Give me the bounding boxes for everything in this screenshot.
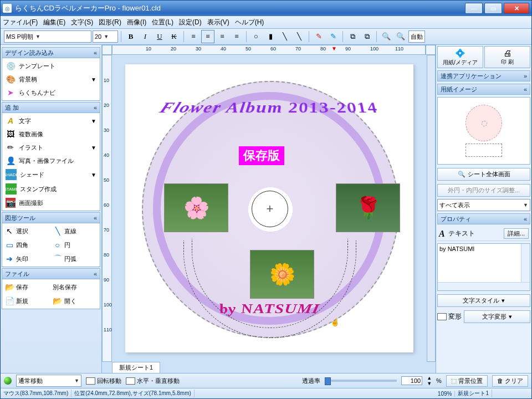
navi-item[interactable]: ➤らくちんナビ: [3, 86, 99, 99]
app-window: ◎ らくちんCDラベルメーカーPro - flower01.cld — ▭ ✕ …: [0, 0, 532, 399]
add-capture-item[interactable]: 📷画面撮影: [3, 196, 99, 209]
vertical-scrollbar[interactable]: [427, 55, 436, 362]
align-left-button[interactable]: ≡: [187, 30, 200, 43]
linkapps-header[interactable]: 連携アプリケーション»: [437, 70, 530, 81]
paperimage-header[interactable]: 用紙イメージ«: [437, 84, 530, 95]
align-right-button[interactable]: ≡: [216, 30, 229, 43]
print-button[interactable]: 🖨印 刷: [484, 46, 530, 68]
add-photo-item[interactable]: 👤写真・画像ファイル: [3, 154, 99, 167]
property-textarea[interactable]: by NATSUMI: [437, 243, 530, 291]
detail-button[interactable]: 詳細...: [504, 228, 529, 239]
property-header[interactable]: プロパティ«: [437, 213, 530, 224]
text-icon: A: [439, 229, 445, 239]
file-saveas[interactable]: 別名保存: [52, 280, 99, 294]
tool-rect[interactable]: ▭四角: [3, 238, 51, 252]
background-item[interactable]: 🎨背景柄▼: [3, 73, 99, 86]
file-open[interactable]: 📂開く: [52, 294, 99, 308]
file-new[interactable]: 📄新規: [3, 294, 51, 308]
bold-button[interactable]: B: [124, 30, 137, 43]
zoom-out-button[interactable]: 🔍: [394, 30, 407, 43]
italic-button[interactable]: I: [139, 30, 152, 43]
add-stamp-item[interactable]: STAMPスタンプ作成: [3, 182, 99, 196]
tool-select[interactable]: ↖選択: [3, 224, 51, 238]
design-panel-header[interactable]: デザイン読み込み«: [2, 47, 100, 58]
property-type-label: テキスト: [448, 229, 475, 238]
paper-media-button[interactable]: 💠用紙/メディア: [437, 46, 483, 68]
autofit-combo[interactable]: 自動: [408, 30, 425, 43]
strike-button[interactable]: K: [167, 30, 181, 43]
menu-text[interactable]: 文字(S): [71, 18, 93, 27]
menu-view[interactable]: 表示(V): [207, 18, 229, 27]
menu-image[interactable]: 画像(I): [127, 18, 146, 27]
text-deform-button[interactable]: 文字変形 ▾: [464, 310, 530, 323]
menu-file[interactable]: ファイル(F): [3, 18, 38, 27]
tool-arc[interactable]: ⌒円弧: [52, 252, 99, 265]
add-text-item[interactable]: A文字▼: [3, 114, 99, 127]
move-mode-combo[interactable]: 通常移動▼: [16, 375, 81, 387]
editor-area: 102030405060708090100110 ▼ 1020304050607…: [102, 45, 436, 373]
badge-text[interactable]: 保存版: [239, 146, 284, 165]
opacity-slider[interactable]: [325, 380, 397, 382]
paste-button[interactable]: ⧉: [360, 30, 374, 43]
rotate-move-checkbox[interactable]: 回転移動: [86, 377, 121, 385]
add-illust-item[interactable]: ✏イラスト▼: [3, 141, 99, 154]
add-panel-header[interactable]: 追 加«: [2, 102, 100, 113]
close-button[interactable]: ✕: [504, 3, 529, 14]
prop-hscroll[interactable]: [438, 282, 530, 290]
fontsize-combo[interactable]: 20▼: [93, 30, 118, 43]
photo-iris[interactable]: 🌸: [164, 183, 228, 232]
tool-arrow[interactable]: ➔矢印: [3, 252, 51, 265]
clear-button[interactable]: 🗑 クリア: [492, 375, 528, 387]
statusbar: マウス(83.7mm,108.7mm) 位置(24.0mm,72.8mm),サイ…: [1, 388, 531, 398]
align-justify-button[interactable]: ≡: [230, 30, 243, 43]
add-multiimage-item[interactable]: 🖼複数画像: [3, 127, 99, 141]
pen-blue-button[interactable]: ✎: [326, 30, 340, 43]
add-shade-item[interactable]: SHADEシェード▼: [3, 167, 99, 182]
line-tool1-button[interactable]: ╲: [278, 30, 291, 43]
hv-move-checkbox[interactable]: 水平・垂直移動: [126, 377, 180, 385]
copy-button[interactable]: ⧉: [346, 30, 359, 43]
arc-text-top[interactable]: Flower Album 2013-2014: [120, 100, 419, 116]
zoom-in-button[interactable]: 🔍: [380, 30, 393, 43]
canvas[interactable]: Flower Album 2013-2014 保存版 🌸 🌹 🌼 + by NA…: [112, 55, 427, 362]
tool-circle[interactable]: ○円: [52, 238, 99, 252]
shapetools-panel-header[interactable]: 図形ツール«: [2, 212, 100, 223]
horizontal-ruler[interactable]: 102030405060708090100110 ▼: [112, 45, 426, 55]
status-mouse: マウス(83.7mm,108.7mm): [1, 390, 71, 397]
line-tool2-button[interactable]: ╲: [293, 30, 306, 43]
menu-help[interactable]: ヘルプ(H): [235, 18, 264, 27]
minimize-button[interactable]: —: [465, 3, 483, 14]
opacity-value[interactable]: 100: [401, 376, 422, 385]
photo-rose[interactable]: 🌹: [336, 183, 400, 232]
percent-label: %: [436, 377, 442, 384]
arc-text-bottom[interactable]: by NATSUMI: [120, 301, 419, 316]
right-panel: 💠用紙/メディア 🖨印 刷 連携アプリケーション» 用紙イメージ« 🔍シート全体…: [436, 45, 531, 373]
sheet-tab-1[interactable]: 新規シート1: [112, 362, 160, 373]
paper-preview[interactable]: [437, 97, 530, 165]
menu-settings[interactable]: 設定(D): [179, 18, 202, 27]
menu-shape[interactable]: 図形(R): [99, 18, 121, 27]
prop-vscroll[interactable]: [521, 244, 530, 283]
font-combo[interactable]: MS P明朝▼: [4, 30, 91, 43]
align-center-button[interactable]: ≡: [201, 30, 214, 43]
circle-adjust-button: 外円・内円のサイズ調整...: [437, 184, 530, 197]
circle-tool-button[interactable]: ○: [249, 30, 263, 43]
pen-red-button[interactable]: ✎: [312, 30, 325, 43]
vertical-text-button[interactable]: ▮: [264, 30, 277, 43]
menubar: ファイル(F) 編集(E) 文字(S) 図形(R) 画像(I) 位置(L) 設定…: [1, 16, 531, 29]
underline-button[interactable]: U: [153, 30, 166, 43]
menu-position[interactable]: 位置(L): [152, 18, 173, 27]
vertical-ruler[interactable]: 102030405060708090100110: [102, 55, 112, 362]
whole-sheet-button[interactable]: 🔍シート全体画面: [437, 168, 530, 181]
bg-position-button[interactable]: ⬚ 背景位置: [446, 375, 488, 387]
file-panel-header[interactable]: ファイル«: [2, 268, 100, 279]
deform-checkbox[interactable]: 変形: [437, 312, 462, 321]
menu-edit[interactable]: 編集(E): [43, 18, 65, 27]
ruler-corner: [102, 45, 112, 55]
template-item[interactable]: 💿テンプレート: [3, 59, 99, 73]
text-style-button[interactable]: 文字スタイル ▾: [437, 294, 530, 307]
file-save[interactable]: 📂保存: [3, 280, 51, 294]
show-combo[interactable]: すべて表示▼: [437, 199, 530, 211]
tool-line[interactable]: ╲直線: [52, 224, 99, 238]
maximize-button[interactable]: ▭: [484, 3, 502, 14]
